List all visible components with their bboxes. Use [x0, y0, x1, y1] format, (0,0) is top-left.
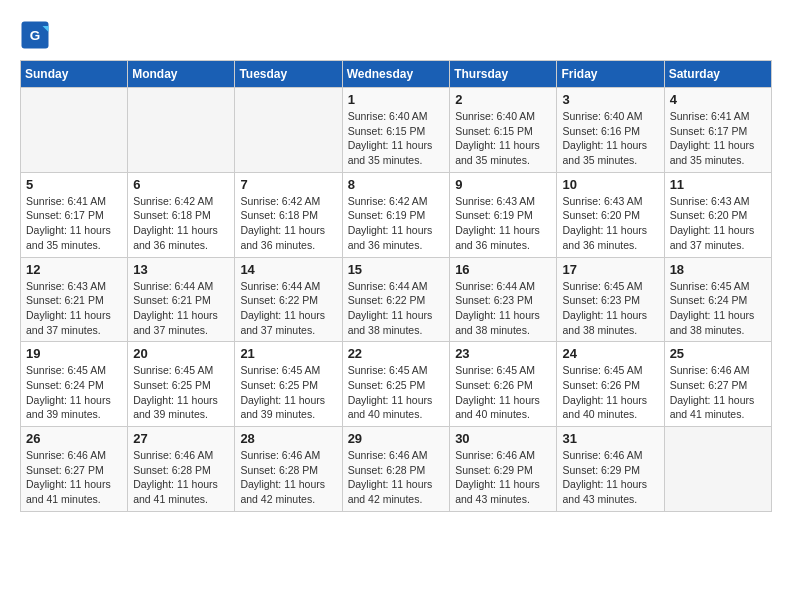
- day-info: Sunrise: 6:44 AM Sunset: 6:21 PM Dayligh…: [133, 279, 229, 338]
- calendar-cell: 10Sunrise: 6:43 AM Sunset: 6:20 PM Dayli…: [557, 172, 664, 257]
- calendar-cell: 4Sunrise: 6:41 AM Sunset: 6:17 PM Daylig…: [664, 88, 771, 173]
- day-number: 13: [133, 262, 229, 277]
- day-info: Sunrise: 6:43 AM Sunset: 6:19 PM Dayligh…: [455, 194, 551, 253]
- calendar-cell: 28Sunrise: 6:46 AM Sunset: 6:28 PM Dayli…: [235, 427, 342, 512]
- calendar-cell: 8Sunrise: 6:42 AM Sunset: 6:19 PM Daylig…: [342, 172, 450, 257]
- day-info: Sunrise: 6:46 AM Sunset: 6:27 PM Dayligh…: [670, 363, 766, 422]
- weekday-header-saturday: Saturday: [664, 61, 771, 88]
- day-number: 26: [26, 431, 122, 446]
- calendar-cell: 1Sunrise: 6:40 AM Sunset: 6:15 PM Daylig…: [342, 88, 450, 173]
- day-info: Sunrise: 6:40 AM Sunset: 6:16 PM Dayligh…: [562, 109, 658, 168]
- calendar-cell: 29Sunrise: 6:46 AM Sunset: 6:28 PM Dayli…: [342, 427, 450, 512]
- day-info: Sunrise: 6:46 AM Sunset: 6:29 PM Dayligh…: [562, 448, 658, 507]
- day-number: 11: [670, 177, 766, 192]
- day-number: 18: [670, 262, 766, 277]
- calendar-cell: 21Sunrise: 6:45 AM Sunset: 6:25 PM Dayli…: [235, 342, 342, 427]
- day-info: Sunrise: 6:46 AM Sunset: 6:28 PM Dayligh…: [133, 448, 229, 507]
- day-info: Sunrise: 6:46 AM Sunset: 6:28 PM Dayligh…: [240, 448, 336, 507]
- calendar-cell: 14Sunrise: 6:44 AM Sunset: 6:22 PM Dayli…: [235, 257, 342, 342]
- calendar-cell: 6Sunrise: 6:42 AM Sunset: 6:18 PM Daylig…: [128, 172, 235, 257]
- calendar-cell: 17Sunrise: 6:45 AM Sunset: 6:23 PM Dayli…: [557, 257, 664, 342]
- day-number: 31: [562, 431, 658, 446]
- day-number: 28: [240, 431, 336, 446]
- calendar-table: SundayMondayTuesdayWednesdayThursdayFrid…: [20, 60, 772, 512]
- day-info: Sunrise: 6:41 AM Sunset: 6:17 PM Dayligh…: [26, 194, 122, 253]
- day-info: Sunrise: 6:42 AM Sunset: 6:18 PM Dayligh…: [240, 194, 336, 253]
- calendar-cell: 2Sunrise: 6:40 AM Sunset: 6:15 PM Daylig…: [450, 88, 557, 173]
- day-number: 9: [455, 177, 551, 192]
- calendar-cell: 20Sunrise: 6:45 AM Sunset: 6:25 PM Dayli…: [128, 342, 235, 427]
- day-info: Sunrise: 6:40 AM Sunset: 6:15 PM Dayligh…: [455, 109, 551, 168]
- calendar-cell: [128, 88, 235, 173]
- calendar-cell: 15Sunrise: 6:44 AM Sunset: 6:22 PM Dayli…: [342, 257, 450, 342]
- day-number: 23: [455, 346, 551, 361]
- calendar-cell: 30Sunrise: 6:46 AM Sunset: 6:29 PM Dayli…: [450, 427, 557, 512]
- calendar-cell: 31Sunrise: 6:46 AM Sunset: 6:29 PM Dayli…: [557, 427, 664, 512]
- day-info: Sunrise: 6:46 AM Sunset: 6:27 PM Dayligh…: [26, 448, 122, 507]
- weekday-header-tuesday: Tuesday: [235, 61, 342, 88]
- day-info: Sunrise: 6:44 AM Sunset: 6:22 PM Dayligh…: [348, 279, 445, 338]
- day-info: Sunrise: 6:43 AM Sunset: 6:20 PM Dayligh…: [562, 194, 658, 253]
- day-number: 27: [133, 431, 229, 446]
- day-info: Sunrise: 6:44 AM Sunset: 6:23 PM Dayligh…: [455, 279, 551, 338]
- calendar-cell: 7Sunrise: 6:42 AM Sunset: 6:18 PM Daylig…: [235, 172, 342, 257]
- logo-icon: G: [20, 20, 50, 50]
- day-info: Sunrise: 6:45 AM Sunset: 6:26 PM Dayligh…: [562, 363, 658, 422]
- calendar-cell: 12Sunrise: 6:43 AM Sunset: 6:21 PM Dayli…: [21, 257, 128, 342]
- day-info: Sunrise: 6:46 AM Sunset: 6:29 PM Dayligh…: [455, 448, 551, 507]
- day-info: Sunrise: 6:45 AM Sunset: 6:26 PM Dayligh…: [455, 363, 551, 422]
- calendar-cell: [235, 88, 342, 173]
- day-number: 30: [455, 431, 551, 446]
- day-info: Sunrise: 6:45 AM Sunset: 6:25 PM Dayligh…: [133, 363, 229, 422]
- weekday-header-wednesday: Wednesday: [342, 61, 450, 88]
- day-number: 24: [562, 346, 658, 361]
- calendar-cell: [664, 427, 771, 512]
- calendar-cell: 26Sunrise: 6:46 AM Sunset: 6:27 PM Dayli…: [21, 427, 128, 512]
- calendar-cell: 9Sunrise: 6:43 AM Sunset: 6:19 PM Daylig…: [450, 172, 557, 257]
- day-info: Sunrise: 6:45 AM Sunset: 6:23 PM Dayligh…: [562, 279, 658, 338]
- day-number: 29: [348, 431, 445, 446]
- day-number: 19: [26, 346, 122, 361]
- page-header: G: [20, 20, 772, 50]
- svg-text:G: G: [30, 28, 41, 43]
- day-info: Sunrise: 6:43 AM Sunset: 6:21 PM Dayligh…: [26, 279, 122, 338]
- day-info: Sunrise: 6:45 AM Sunset: 6:24 PM Dayligh…: [670, 279, 766, 338]
- calendar-cell: [21, 88, 128, 173]
- day-number: 1: [348, 92, 445, 107]
- day-number: 10: [562, 177, 658, 192]
- day-info: Sunrise: 6:45 AM Sunset: 6:25 PM Dayligh…: [348, 363, 445, 422]
- day-number: 15: [348, 262, 445, 277]
- day-number: 25: [670, 346, 766, 361]
- day-info: Sunrise: 6:42 AM Sunset: 6:19 PM Dayligh…: [348, 194, 445, 253]
- calendar-cell: 22Sunrise: 6:45 AM Sunset: 6:25 PM Dayli…: [342, 342, 450, 427]
- day-number: 8: [348, 177, 445, 192]
- calendar-cell: 11Sunrise: 6:43 AM Sunset: 6:20 PM Dayli…: [664, 172, 771, 257]
- day-number: 3: [562, 92, 658, 107]
- day-info: Sunrise: 6:42 AM Sunset: 6:18 PM Dayligh…: [133, 194, 229, 253]
- calendar-cell: 19Sunrise: 6:45 AM Sunset: 6:24 PM Dayli…: [21, 342, 128, 427]
- calendar-cell: 24Sunrise: 6:45 AM Sunset: 6:26 PM Dayli…: [557, 342, 664, 427]
- calendar-cell: 27Sunrise: 6:46 AM Sunset: 6:28 PM Dayli…: [128, 427, 235, 512]
- day-info: Sunrise: 6:41 AM Sunset: 6:17 PM Dayligh…: [670, 109, 766, 168]
- day-info: Sunrise: 6:40 AM Sunset: 6:15 PM Dayligh…: [348, 109, 445, 168]
- calendar-cell: 3Sunrise: 6:40 AM Sunset: 6:16 PM Daylig…: [557, 88, 664, 173]
- day-number: 2: [455, 92, 551, 107]
- calendar-cell: 16Sunrise: 6:44 AM Sunset: 6:23 PM Dayli…: [450, 257, 557, 342]
- calendar-cell: 25Sunrise: 6:46 AM Sunset: 6:27 PM Dayli…: [664, 342, 771, 427]
- weekday-header-sunday: Sunday: [21, 61, 128, 88]
- day-number: 6: [133, 177, 229, 192]
- day-number: 16: [455, 262, 551, 277]
- day-number: 5: [26, 177, 122, 192]
- weekday-header-monday: Monday: [128, 61, 235, 88]
- calendar-cell: 5Sunrise: 6:41 AM Sunset: 6:17 PM Daylig…: [21, 172, 128, 257]
- day-number: 17: [562, 262, 658, 277]
- calendar-cell: 23Sunrise: 6:45 AM Sunset: 6:26 PM Dayli…: [450, 342, 557, 427]
- day-info: Sunrise: 6:43 AM Sunset: 6:20 PM Dayligh…: [670, 194, 766, 253]
- day-number: 21: [240, 346, 336, 361]
- day-info: Sunrise: 6:46 AM Sunset: 6:28 PM Dayligh…: [348, 448, 445, 507]
- day-number: 12: [26, 262, 122, 277]
- day-number: 4: [670, 92, 766, 107]
- day-number: 20: [133, 346, 229, 361]
- calendar-cell: 13Sunrise: 6:44 AM Sunset: 6:21 PM Dayli…: [128, 257, 235, 342]
- weekday-header-thursday: Thursday: [450, 61, 557, 88]
